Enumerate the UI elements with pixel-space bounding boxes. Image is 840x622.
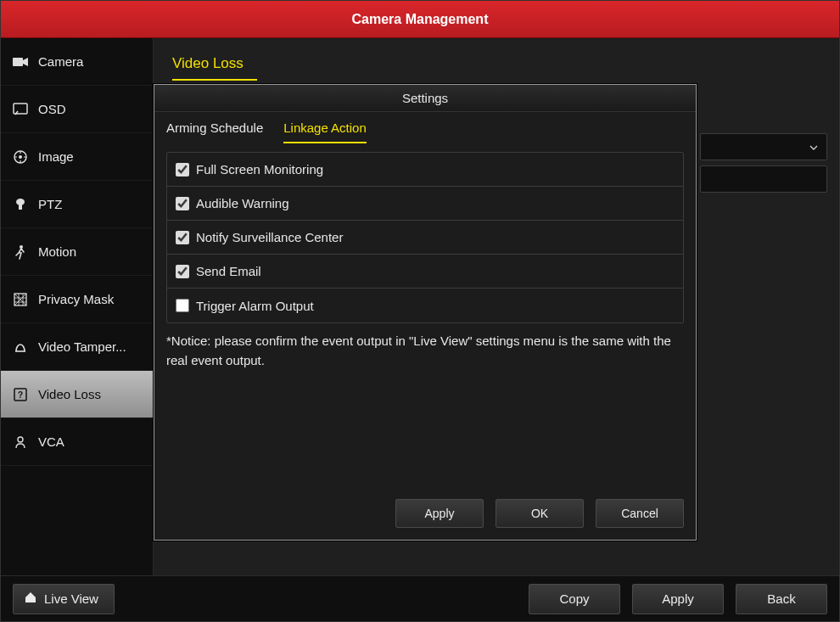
sidebar-item-vca[interactable]: VCA [1,418,153,466]
linkage-options: Full Screen Monitoring Audible Warning N… [166,152,684,323]
section-title: Video Loss [169,52,824,79]
option-send-email[interactable]: Send Email [167,255,683,289]
option-full-screen-monitoring[interactable]: Full Screen Monitoring [167,153,683,187]
camera-icon [13,54,28,70]
svg-rect-2 [14,104,27,114]
titlebar: Camera Management [1,1,839,38]
svg-point-4 [19,155,22,159]
svg-rect-6 [19,205,22,210]
footer-apply-button[interactable]: Apply [632,584,724,614]
svg-marker-1 [23,58,28,66]
option-label: Trigger Alarm Output [196,299,314,313]
option-label: Full Screen Monitoring [196,162,323,177]
option-trigger-alarm-output[interactable]: Trigger Alarm Output [167,289,683,322]
sidebar-item-video-loss[interactable]: ? Video Loss [1,371,153,418]
option-audible-warning[interactable]: Audible Warning [167,187,683,221]
sidebar-item-image[interactable]: Image [1,133,153,181]
sidebar-item-label: Image [38,149,74,164]
sidebar-item-label: OSD [38,102,66,116]
option-label: Send Email [196,264,261,278]
sidebar-item-label: VCA [38,434,64,449]
sidebar-item-osd[interactable]: OSD [1,86,153,133]
app-window: Camera Management Camera OSD Image [0,0,840,622]
dialog-tabs: Arming Schedule Linkage Action [154,112,696,143]
dialog-ok-button[interactable]: OK [496,499,584,528]
osd-icon [13,102,28,117]
motion-icon [13,244,28,260]
dialog-cancel-button[interactable]: Cancel [596,499,684,528]
section-title-underline [172,79,257,81]
sidebar-item-label: Video Tamper... [38,339,126,354]
tamper-icon [13,339,28,355]
sidebar-item-motion[interactable]: Motion [1,228,153,276]
tab-arming-schedule[interactable]: Arming Schedule [166,120,263,143]
option-label: Notify Surveillance Center [196,230,343,244]
sidebar-item-label: Privacy Mask [38,292,114,306]
video-loss-icon: ? [13,387,28,402]
image-icon [13,149,28,165]
ptz-icon [13,197,28,212]
footer: Live View Copy Apply Back [1,575,839,621]
checkbox-full-screen-monitoring[interactable] [176,163,189,177]
checkbox-send-email[interactable] [176,265,189,278]
live-view-button[interactable]: Live View [13,584,115,614]
sidebar-item-label: Motion [38,244,76,259]
svg-point-5 [16,199,25,205]
sidebar-item-ptz[interactable]: PTZ [1,181,153,228]
option-notify-surveillance-center[interactable]: Notify Surveillance Center [167,221,683,255]
live-view-label: Live View [44,591,98,606]
checkbox-audible-warning[interactable] [176,197,189,210]
sidebar-item-privacy-mask[interactable]: Privacy Mask [1,276,153,323]
sidebar-item-label: Video Loss [38,387,101,401]
sidebar-item-label: PTZ [38,197,62,211]
background-dropdown[interactable] [700,133,827,160]
dialog-title: Settings [154,85,696,112]
sidebar-item-video-tamper[interactable]: Video Tamper... [1,323,153,371]
mask-icon [13,292,28,307]
svg-point-11 [18,437,23,442]
footer-copy-button[interactable]: Copy [529,584,620,614]
chevron-down-icon [809,141,818,153]
sidebar-item-camera[interactable]: Camera [1,38,153,86]
sidebar: Camera OSD Image PTZ [1,38,154,575]
svg-text:?: ? [18,390,23,400]
home-icon [24,591,37,606]
settings-dialog: Settings Arming Schedule Linkage Action … [154,84,697,541]
sidebar-item-label: Camera [38,54,83,69]
svg-rect-0 [13,58,23,66]
checkbox-notify-surveillance-center[interactable] [176,231,189,244]
dialog-apply-button[interactable]: Apply [395,499,484,528]
window-title: Camera Management [352,12,489,27]
checkbox-trigger-alarm-output[interactable] [176,299,189,312]
background-field[interactable] [700,165,827,193]
notice-text: *Notice: please confirm the event output… [154,323,696,370]
option-label: Audible Warning [196,196,289,210]
tab-linkage-action[interactable]: Linkage Action [283,120,367,143]
vca-icon [13,434,28,450]
footer-back-button[interactable]: Back [736,584,827,614]
dialog-buttons: Apply OK Cancel [154,487,696,540]
